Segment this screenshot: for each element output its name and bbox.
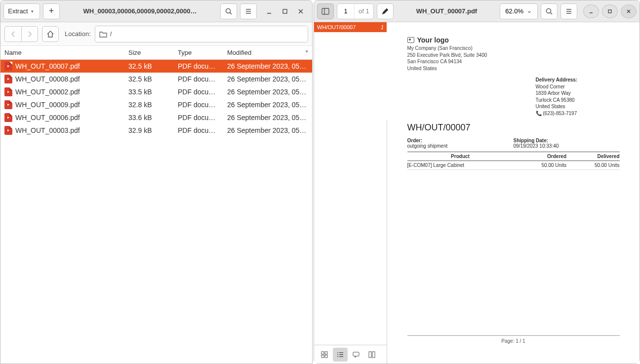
pdf-sidebar: WH/OUT/00007 1 (314, 22, 387, 364)
home-button[interactable] (42, 26, 59, 42)
page-thumbnail[interactable]: WH/OUT/00007 1 (314, 22, 387, 120)
file-modified: 26 September 2023, 05:15 (223, 101, 312, 109)
file-size: 32.5 kB (124, 62, 174, 70)
svg-rect-17 (608, 10, 611, 13)
annotate-button[interactable] (377, 3, 394, 19)
archive-header: Extract + WH_00003,00006,00009,00002,000… (0, 0, 312, 22)
location-label: Location: (65, 30, 91, 38)
search-icon (545, 7, 553, 15)
back-button[interactable] (4, 26, 21, 42)
chevron-right-icon (26, 31, 33, 38)
search-button[interactable] (220, 3, 237, 19)
maximize-button[interactable] (280, 7, 289, 16)
svg-line-1 (230, 12, 232, 14)
list-icon (336, 351, 344, 359)
file-type: PDF docum… (174, 126, 223, 134)
pdf-canvas[interactable]: Your logo My Company (San Francisco) 250… (387, 22, 640, 364)
page-selector: of 1 (337, 3, 374, 19)
svg-rect-9 (322, 8, 329, 14)
table-row[interactable]: WH_OUT_00006.pdf33.6 kBPDF docum…26 Sept… (0, 111, 312, 124)
svg-rect-20 (321, 352, 324, 354)
page-count: of 1 (354, 4, 373, 19)
forward-button[interactable] (21, 26, 38, 42)
file-modified: 26 September 2023, 05:15 (223, 62, 312, 70)
logo: Your logo (407, 36, 620, 44)
bookmarks-button[interactable] (364, 348, 379, 362)
file-type: PDF docum… (174, 101, 223, 109)
hamburger-icon (244, 7, 252, 15)
svg-point-24 (337, 352, 338, 353)
table-row[interactable]: WH_OUT_00009.pdf32.8 kBPDF docum…26 Sept… (0, 98, 312, 111)
table-row[interactable]: WH_OUT_00008.pdf32.5 kBPDF docum…26 Sept… (0, 73, 312, 85)
pdf-file-icon (4, 87, 12, 96)
search-icon (225, 7, 233, 15)
company-address: My Company (San Francisco) 250 Executive… (407, 45, 620, 72)
minimize-icon (266, 8, 272, 14)
items-row: [E-COM07] Large Cabinet 50.00 Units 50.0… (407, 161, 620, 170)
home-icon (46, 30, 54, 38)
table-row[interactable]: WH_OUT_00007.pdf32.5 kBPDF docum…26 Sept… (0, 60, 312, 73)
pdf-menu-button[interactable] (560, 3, 577, 19)
pencil-icon (381, 7, 389, 15)
svg-line-12 (551, 12, 553, 14)
close-icon (298, 8, 304, 14)
svg-rect-22 (321, 355, 324, 358)
pdf-file-icon (4, 62, 12, 71)
pdf-close-button[interactable] (621, 4, 637, 18)
pdf-title: WH_OUT_00007.pdf (397, 7, 497, 15)
file-name: WH_OUT_00006.pdf (15, 114, 80, 121)
thumbnails-grid-button[interactable] (317, 348, 332, 362)
navigation-bar: Location: / (0, 22, 312, 46)
outline-list-button[interactable] (333, 348, 348, 362)
sidebar-toggle-button[interactable] (317, 3, 334, 19)
file-name: WH_OUT_00008.pdf (15, 75, 80, 83)
column-modified[interactable]: Modified (223, 49, 312, 56)
svg-rect-32 (372, 352, 375, 358)
phone-icon: 📞 (536, 111, 542, 116)
pdf-minimize-button[interactable] (583, 4, 599, 18)
svg-point-0 (226, 8, 231, 13)
pdf-file-icon (4, 75, 12, 83)
file-modified: 26 September 2023, 05:15 (223, 114, 312, 121)
column-name[interactable]: Name (0, 49, 124, 56)
pdf-search-button[interactable] (541, 3, 558, 19)
table-row[interactable]: WH_OUT_00003.pdf32.9 kBPDF docum…26 Sept… (0, 124, 312, 137)
pdf-maximize-button[interactable] (602, 4, 618, 18)
file-type: PDF docum… (174, 75, 223, 83)
page-footer: Page: 1 / 1 (396, 338, 632, 344)
table-row[interactable]: WH_OUT_00002.pdf33.5 kBPDF docum…26 Sept… (0, 85, 312, 98)
file-name: WH_OUT_00009.pdf (15, 101, 80, 109)
annotations-button[interactable] (349, 348, 363, 362)
extract-button[interactable]: Extract (3, 3, 40, 19)
column-size[interactable]: Size (124, 49, 174, 56)
add-files-button[interactable]: + (43, 3, 60, 19)
sidebar-icon (321, 8, 329, 15)
archive-manager-window: Extract + WH_00003,00006,00009,00002,000… (0, 0, 313, 364)
maximize-icon (607, 8, 613, 14)
file-size: 33.6 kB (124, 114, 174, 121)
page-input[interactable] (337, 7, 354, 15)
folder-icon (99, 31, 107, 38)
pdf-viewer-window: of 1 WH_OUT_00007.pdf 62.0% (314, 0, 640, 364)
annotation-icon (352, 351, 360, 359)
file-size: 32.9 kB (124, 126, 174, 134)
file-size: 33.5 kB (124, 88, 174, 96)
close-button[interactable] (296, 7, 305, 16)
window-title: WH_00003,00006,00009,00002,0000… (63, 7, 217, 15)
bookmark-icon (368, 351, 376, 359)
file-type: PDF docum… (174, 62, 223, 70)
thumbnail-label: WH/OUT/00007 (317, 24, 356, 30)
location-input[interactable]: / (95, 26, 308, 42)
camera-icon (407, 37, 414, 43)
minimize-button[interactable] (265, 7, 274, 16)
column-type[interactable]: Type (174, 49, 223, 56)
pdf-header: of 1 WH_OUT_00007.pdf 62.0% (314, 0, 640, 22)
file-size: 32.8 kB (124, 101, 174, 109)
minimize-icon (588, 8, 594, 14)
zoom-selector[interactable]: 62.0% (500, 3, 538, 19)
file-table: Name Size Type Modified WH_OUT_00007.pdf… (0, 46, 312, 364)
hamburger-icon (565, 7, 573, 15)
grid-icon (320, 351, 328, 359)
menu-button[interactable] (240, 3, 257, 19)
zoom-value: 62.0% (505, 7, 523, 15)
